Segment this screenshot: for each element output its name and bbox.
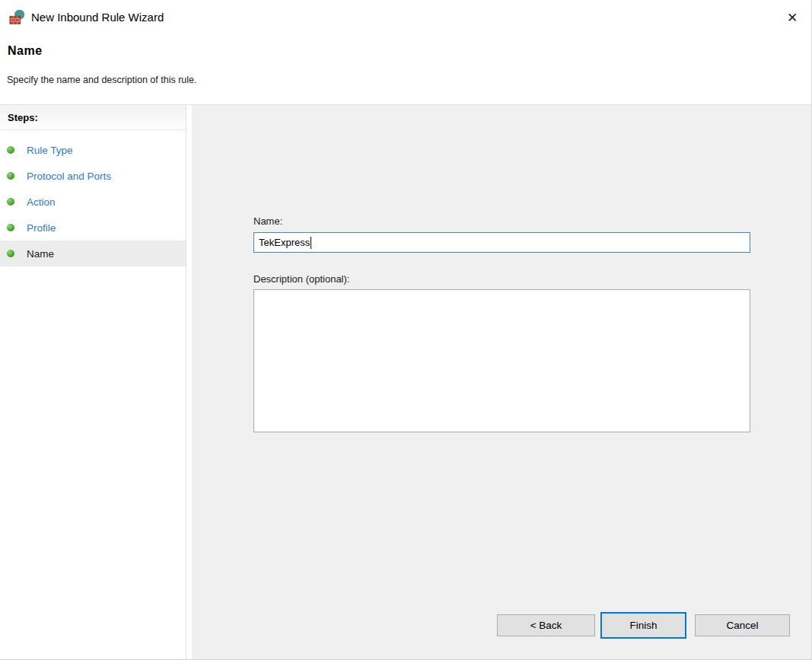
step-name[interactable]: Name <box>0 241 186 266</box>
wizard-page-body: Name: TekExpress Description (optional):… <box>192 105 811 659</box>
rule-name-value: TekExpress <box>259 237 310 248</box>
step-rule-type[interactable]: Rule Type <box>0 137 186 163</box>
window-title: New Inbound Rule Wizard <box>31 11 164 24</box>
title-bar: New Inbound Rule Wizard ✕ <box>0 0 811 35</box>
step-bullet-icon <box>7 224 14 231</box>
description-input[interactable] <box>253 289 750 432</box>
firewall-icon <box>9 9 25 25</box>
step-action[interactable]: Action <box>0 189 186 215</box>
step-bullet-icon <box>7 198 14 206</box>
text-caret <box>310 237 311 249</box>
steps-list: Rule Type Protocol and Ports Action Prof… <box>0 130 186 266</box>
page-title: Name <box>8 44 43 58</box>
description-field-label: Description (optional): <box>253 273 349 285</box>
name-field-label: Name: <box>253 215 282 227</box>
finish-button[interactable]: Finish <box>600 612 686 639</box>
cancel-button[interactable]: Cancel <box>695 614 790 636</box>
step-protocol-and-ports[interactable]: Protocol and Ports <box>0 163 186 189</box>
steps-header: Steps: <box>0 105 186 130</box>
page-subtitle: Specify the name and description of this… <box>7 75 196 85</box>
wizard-window: New Inbound Rule Wizard ✕ Name Specify t… <box>0 0 812 660</box>
step-bullet-icon <box>7 250 14 257</box>
close-icon: ✕ <box>787 11 798 24</box>
step-bullet-icon <box>7 172 14 180</box>
close-button[interactable]: ✕ <box>782 7 803 28</box>
back-button[interactable]: < Back <box>497 614 595 636</box>
step-profile[interactable]: Profile <box>0 215 186 241</box>
rule-name-input[interactable]: TekExpress <box>253 232 750 253</box>
steps-sidebar: Steps: Rule Type Protocol and Ports Acti… <box>0 105 186 659</box>
step-bullet-icon <box>7 146 14 154</box>
